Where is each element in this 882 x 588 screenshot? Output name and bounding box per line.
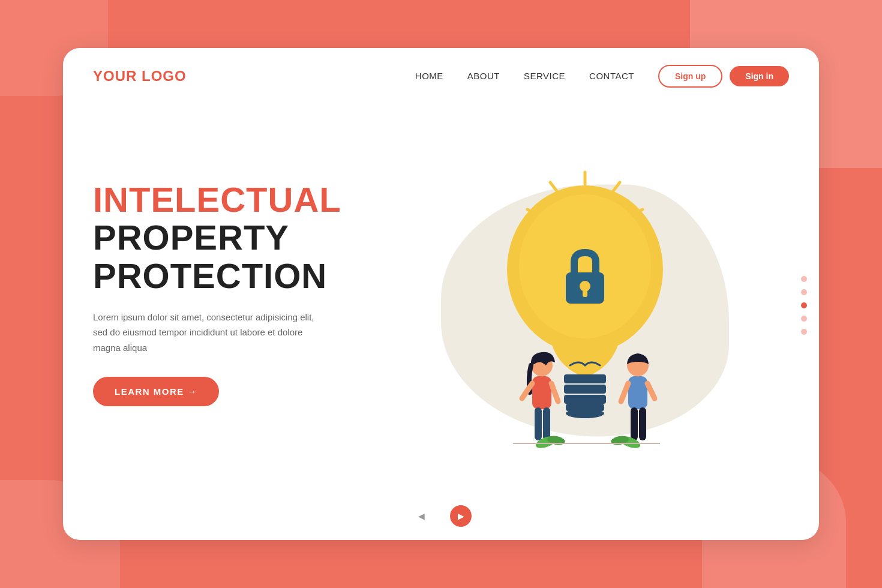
hero-title-line2: PROPERTY: [93, 218, 381, 257]
nav-item-contact[interactable]: CONTACT: [589, 71, 634, 82]
nav-link-home[interactable]: HOME: [415, 71, 443, 81]
svg-rect-18: [532, 376, 551, 409]
prev-button[interactable]: ◀: [410, 505, 432, 527]
dot-2[interactable]: [801, 289, 807, 295]
nav-item-about[interactable]: ABOUT: [467, 71, 500, 82]
bottom-controls: ◀ ▶: [63, 494, 819, 540]
left-content: INTELECTUAL PROPERTY PROTECTION Lorem ip…: [93, 116, 381, 494]
svg-line-27: [621, 383, 628, 401]
svg-point-13: [566, 409, 604, 418]
nav-item-service[interactable]: SERVICE: [524, 71, 565, 82]
svg-rect-20: [543, 407, 550, 440]
nav-link-service[interactable]: SERVICE: [524, 71, 565, 81]
svg-rect-19: [535, 407, 542, 440]
svg-line-28: [647, 383, 655, 398]
illustration-svg: [459, 161, 711, 449]
svg-rect-11: [564, 395, 606, 404]
main-card: YOUR LOGO HOME ABOUT SERVICE CONTACT Sig…: [63, 48, 819, 540]
navbar: YOUR LOGO HOME ABOUT SERVICE CONTACT Sig…: [63, 48, 819, 104]
signin-button[interactable]: Sign in: [730, 66, 789, 86]
bulb-illustration: [459, 161, 711, 449]
dot-1[interactable]: [801, 276, 807, 282]
svg-rect-9: [564, 374, 606, 383]
svg-rect-10: [564, 385, 606, 394]
logo: YOUR LOGO: [93, 68, 187, 85]
next-button[interactable]: ▶: [450, 505, 472, 527]
main-content: INTELECTUAL PROPERTY PROTECTION Lorem ip…: [63, 104, 819, 494]
svg-line-22: [551, 383, 558, 401]
signup-button[interactable]: Sign up: [658, 65, 722, 88]
svg-rect-26: [639, 407, 646, 440]
right-illustration: [381, 116, 789, 494]
hero-title-line3: PROTECTION: [93, 257, 381, 295]
nav-item-home[interactable]: HOME: [415, 71, 443, 82]
hero-title-line1: INTELECTUAL: [93, 181, 381, 219]
nav-links: HOME ABOUT SERVICE CONTACT: [415, 71, 634, 82]
nav-link-contact[interactable]: CONTACT: [589, 71, 634, 81]
slide-dots: [801, 276, 807, 335]
svg-rect-25: [631, 407, 638, 440]
hero-title: INTELECTUAL PROPERTY PROTECTION: [93, 181, 381, 295]
nav-buttons: Sign up Sign in: [658, 65, 789, 88]
learn-more-button[interactable]: LEARN MORE →: [93, 377, 219, 406]
hero-description: Lorem ipsum dolor sit amet, consectetur …: [93, 310, 321, 356]
dot-3[interactable]: [801, 302, 807, 308]
svg-rect-24: [628, 376, 647, 409]
dot-5[interactable]: [801, 329, 807, 335]
svg-point-8: [519, 194, 651, 338]
svg-rect-16: [583, 289, 587, 297]
dot-4[interactable]: [801, 316, 807, 322]
nav-link-about[interactable]: ABOUT: [467, 71, 500, 81]
